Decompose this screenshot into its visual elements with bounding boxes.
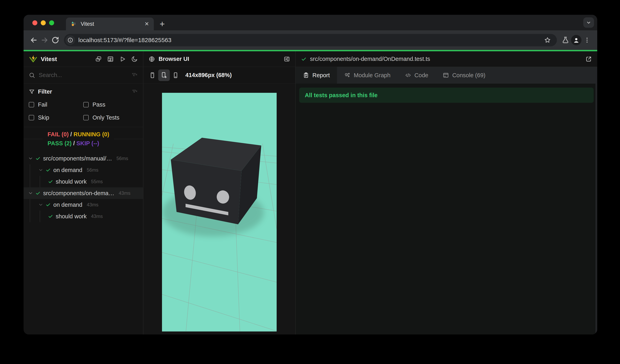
run-all-icon[interactable] <box>119 56 126 62</box>
search-input[interactable] <box>39 72 128 78</box>
test-tree: src/components/manual/… 56ms on demand 5… <box>24 151 143 335</box>
summary-line-1: FAIL (0) / RUNNING (0) <box>47 130 109 139</box>
back-button[interactable] <box>28 35 39 45</box>
info-icon <box>67 37 73 43</box>
test-file-row-selected[interactable]: src/components/on-dema… 43ms <box>24 187 143 199</box>
chevron-down-icon[interactable] <box>28 156 33 161</box>
filter-checkbox-pass[interactable]: Pass <box>83 101 138 108</box>
dark-mode-icon[interactable] <box>131 56 138 62</box>
arrow-left-icon <box>30 36 38 44</box>
check-icon <box>48 179 53 184</box>
check-icon <box>45 202 51 207</box>
tab-code[interactable]: Code <box>398 67 435 84</box>
check-icon <box>45 167 51 173</box>
clear-filter-icon[interactable] <box>131 72 138 78</box>
test-file-row[interactable]: src/components/manual/… 56ms <box>24 153 143 164</box>
test-case-row[interactable]: should work 55ms <box>40 176 143 187</box>
chevron-down-icon[interactable] <box>38 167 43 173</box>
url-text: localhost:5173/#/?file=1828625563 <box>78 37 542 44</box>
avatar <box>571 35 581 45</box>
checkbox[interactable] <box>83 115 89 120</box>
browser-window: Vitest ✕ + localhost:5173/#/?file=182862… <box>24 15 597 335</box>
browser-ui-header: Browser UI <box>143 51 295 67</box>
chevron-down-icon <box>586 20 592 26</box>
viewport-resolution: 414x896px (68%) <box>185 72 232 78</box>
zoom-window-button[interactable] <box>49 20 54 25</box>
filter-checkbox-skip[interactable]: Skip <box>29 114 83 121</box>
bookmark-button[interactable] <box>542 35 553 45</box>
duration-badge: 56ms <box>87 167 98 173</box>
clear-filter-icon[interactable] <box>132 89 138 95</box>
preview-area <box>143 84 295 335</box>
browser-menu-button[interactable] <box>582 35 592 45</box>
app-title: Vitest <box>41 56 95 62</box>
tab-title: Vitest <box>81 21 144 27</box>
site-info-button[interactable] <box>65 35 75 45</box>
tab-module-graph[interactable]: Module Graph <box>337 67 398 84</box>
scrollbar-gutter[interactable] <box>595 67 597 335</box>
tab-report[interactable]: Report <box>296 67 337 84</box>
sidebar: Vitest Filter <box>24 51 143 335</box>
experiments-button[interactable] <box>560 35 571 45</box>
forward-button[interactable] <box>39 35 50 45</box>
browser-toolbar: localhost:5173/#/?file=1828625563 <box>24 30 597 50</box>
vitest-ui-app: Vitest Filter <box>24 50 597 335</box>
browser-tab[interactable]: Vitest ✕ <box>66 17 154 30</box>
traffic-lights <box>32 20 54 25</box>
check-icon <box>48 214 53 219</box>
tab-console[interactable]: Console (69) <box>435 67 493 84</box>
minimize-window-button[interactable] <box>41 20 46 25</box>
duration-badge: 43ms <box>119 190 130 196</box>
address-bar[interactable]: localhost:5173/#/?file=1828625563 <box>64 34 557 46</box>
report-panel: src/components/on-demand/OnDemand.test.t… <box>296 51 597 335</box>
device-zoom-out-button[interactable] <box>170 70 181 81</box>
phone-plus-icon <box>160 72 168 79</box>
close-window-button[interactable] <box>32 20 37 25</box>
checkbox[interactable] <box>83 102 89 107</box>
test-viewport[interactable] <box>162 93 277 332</box>
console-icon <box>443 72 449 78</box>
star-icon <box>544 37 551 44</box>
dock-panel-icon[interactable] <box>284 56 290 62</box>
reload-button[interactable] <box>50 35 61 45</box>
device-small-button[interactable] <box>147 70 158 81</box>
external-link-icon[interactable] <box>585 56 592 62</box>
clipboard-icon <box>303 72 309 78</box>
chevron-down-icon[interactable] <box>28 190 33 196</box>
globe-icon <box>149 56 155 62</box>
3d-scene <box>162 93 277 332</box>
arrow-right-icon <box>40 36 49 44</box>
dashboard-icon[interactable] <box>107 56 114 62</box>
check-icon <box>301 56 307 62</box>
duration-badge: 43ms <box>87 202 98 207</box>
checkbox[interactable] <box>29 115 34 120</box>
checkbox[interactable] <box>29 102 34 107</box>
report-content: All tests passed in this file <box>296 84 597 335</box>
tab-close-icon[interactable]: ✕ <box>144 21 149 27</box>
test-summary: FAIL (0) / RUNNING (0) PASS (2) / SKIP (… <box>24 127 143 151</box>
phone-icon <box>149 72 156 79</box>
profile-button[interactable] <box>571 35 582 45</box>
search-row <box>24 67 143 84</box>
device-zoom-in-button[interactable] <box>158 70 170 81</box>
person-icon <box>572 36 580 44</box>
collapse-windows-icon[interactable] <box>95 56 102 62</box>
test-suite-row[interactable]: on demand 56ms <box>30 164 143 176</box>
report-tabbar: Report Module Graph Code Console (69) <box>296 67 597 84</box>
test-case-row[interactable]: should work 43ms <box>40 211 143 222</box>
test-suite-row[interactable]: on demand 43ms <box>30 199 143 211</box>
device-toolbar: 414x896px (68%) <box>143 67 295 84</box>
filter-checkbox-fail[interactable]: Fail <box>29 101 83 108</box>
tab-strip: Vitest ✕ + <box>24 15 597 30</box>
file-path-header: src/components/on-demand/OnDemand.test.t… <box>296 51 597 67</box>
phone-minus-icon <box>172 72 179 79</box>
progress-bar <box>24 50 597 51</box>
tab-search-button[interactable] <box>583 17 594 28</box>
filter-checkbox-only-tests[interactable]: Only Tests <box>83 114 138 121</box>
new-tab-button[interactable]: + <box>157 19 167 29</box>
vitest-favicon <box>71 21 77 27</box>
duration-badge: 56ms <box>116 156 128 161</box>
chevron-down-icon[interactable] <box>38 202 43 207</box>
check-icon <box>35 156 41 161</box>
check-icon <box>35 190 41 196</box>
